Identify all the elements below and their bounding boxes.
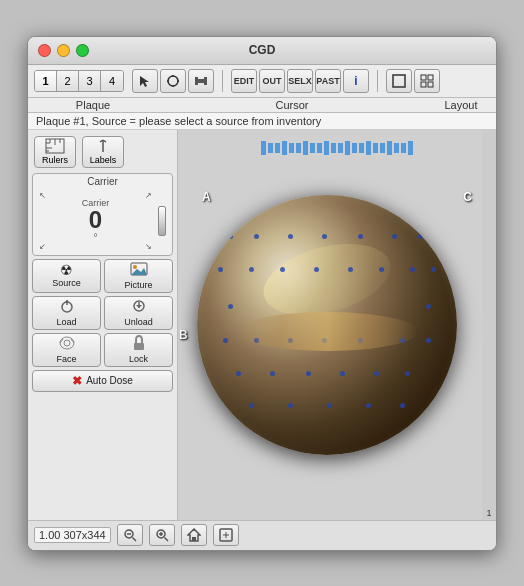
- dot-33: [327, 403, 332, 408]
- corner-bl: ↙: [39, 242, 46, 251]
- svg-rect-37: [134, 343, 144, 350]
- labels-button[interactable]: Labels: [82, 136, 124, 168]
- plaque-tools: [132, 69, 214, 93]
- load-label: Load: [56, 317, 76, 327]
- face-lock-row: Face Lock: [32, 333, 173, 367]
- picture-button[interactable]: Picture: [104, 259, 173, 293]
- canvas-area[interactable]: A C B: [178, 130, 496, 520]
- dot-19: [254, 338, 259, 343]
- auto-dose-row: ✖ Auto Dose: [32, 370, 173, 392]
- zoom-value: 1.00 307x344: [34, 527, 111, 543]
- ruler-indicator: [257, 142, 417, 154]
- carrier-degree: °: [94, 232, 98, 243]
- load-button[interactable]: Load: [32, 296, 101, 330]
- cursor-tools: EDIT OUT SELX PAST i: [231, 69, 369, 93]
- main-window: CGD 1 2 3 4: [27, 36, 497, 551]
- auto-dose-label: Auto Dose: [86, 375, 133, 386]
- carrier-slider[interactable]: [158, 206, 166, 236]
- select-tool[interactable]: SELX: [287, 69, 313, 93]
- dot-7: [418, 234, 423, 239]
- info-tool[interactable]: i: [343, 69, 369, 93]
- auto-dose-icon: ✖: [72, 374, 82, 388]
- square-layout[interactable]: [386, 69, 412, 93]
- dot-1: [228, 234, 233, 239]
- corner-tl: ↖: [39, 191, 46, 200]
- dot-22: [358, 338, 363, 343]
- dot-10: [280, 267, 285, 272]
- cursor-tool[interactable]: [132, 69, 158, 93]
- svg-rect-11: [428, 75, 433, 80]
- tab-1[interactable]: 1: [35, 71, 57, 91]
- paste-tool[interactable]: PAST: [315, 69, 341, 93]
- tab-3[interactable]: 3: [79, 71, 101, 91]
- rulers-label: Rulers: [42, 155, 68, 165]
- lock-button[interactable]: Lock: [104, 333, 173, 367]
- dot-9: [249, 267, 254, 272]
- source-icon: ☢: [60, 263, 73, 277]
- svg-rect-12: [421, 82, 426, 87]
- svg-point-33: [60, 337, 74, 349]
- canvas-inner: A C B: [178, 130, 496, 520]
- sphere-container: A C B: [197, 195, 477, 475]
- tab-2[interactable]: 2: [57, 71, 79, 91]
- dot-14: [410, 267, 415, 272]
- svg-line-44: [164, 538, 168, 542]
- dot-34: [366, 403, 371, 408]
- title-bar: CGD: [28, 37, 496, 65]
- picture-label: Picture: [124, 280, 152, 290]
- dot-35: [400, 403, 405, 408]
- dot-32: [288, 403, 293, 408]
- minimize-button[interactable]: [57, 44, 70, 57]
- svg-point-36: [64, 340, 70, 346]
- unload-button[interactable]: Unload: [104, 296, 173, 330]
- sphere-label-b: B: [179, 328, 188, 342]
- rulers-button[interactable]: Rulers: [34, 136, 76, 168]
- corner-br: ↘: [145, 242, 152, 251]
- face-button[interactable]: Face: [32, 333, 101, 367]
- svg-marker-32: [136, 305, 142, 308]
- svg-rect-13: [428, 82, 433, 87]
- main-content: Rulers Labels Carrier ↖ ↙: [28, 130, 496, 520]
- status-bar-top: Plaque #1, Source = please select a sour…: [28, 113, 496, 130]
- tab-4[interactable]: 4: [101, 71, 123, 91]
- dot-24: [426, 338, 431, 343]
- separator-2: [377, 70, 378, 92]
- dot-20: [288, 338, 293, 343]
- window-title: CGD: [249, 43, 276, 57]
- status-bar-bottom: 1.00 307x344: [28, 520, 496, 550]
- home-button[interactable]: [181, 524, 207, 546]
- layout-tools: [386, 69, 440, 93]
- dot-3: [288, 234, 293, 239]
- svg-rect-10: [421, 75, 426, 80]
- dot-31: [249, 403, 254, 408]
- dot-27: [306, 371, 311, 376]
- cut-tool[interactable]: OUT: [259, 69, 285, 93]
- carrier-value: 0: [89, 208, 102, 232]
- toolbar-labels: Plaque Cursor Layout: [28, 98, 496, 113]
- carrier-section: Carrier ↖ ↙ Carrier 0 ° ↗ ↘: [32, 173, 173, 256]
- dot-2: [254, 234, 259, 239]
- dot-8: [218, 267, 223, 272]
- move-tool[interactable]: [188, 69, 214, 93]
- toolbar: 1 2 3 4: [28, 65, 496, 98]
- zoom-in-button[interactable]: [149, 524, 175, 546]
- corner-tr: ↗: [145, 191, 152, 200]
- zoom-out-button[interactable]: [117, 524, 143, 546]
- dot-5: [358, 234, 363, 239]
- sphere-label-c: C: [463, 190, 472, 204]
- crosshair-tool[interactable]: [160, 69, 186, 93]
- svg-rect-46: [192, 537, 196, 541]
- close-button[interactable]: [38, 44, 51, 57]
- unload-label: Unload: [124, 317, 153, 327]
- fit-button[interactable]: [213, 524, 239, 546]
- edit-tool[interactable]: EDIT: [231, 69, 257, 93]
- source-button[interactable]: ☢ Source: [32, 259, 101, 293]
- svg-point-1: [168, 76, 178, 86]
- status-text: Plaque #1, Source = please select a sour…: [36, 115, 321, 127]
- auto-dose-button[interactable]: ✖ Auto Dose: [32, 370, 173, 392]
- svg-rect-9: [393, 75, 405, 87]
- svg-point-25: [133, 265, 137, 269]
- grid-layout[interactable]: [414, 69, 440, 93]
- maximize-button[interactable]: [76, 44, 89, 57]
- load-unload-row: Load Unload: [32, 296, 173, 330]
